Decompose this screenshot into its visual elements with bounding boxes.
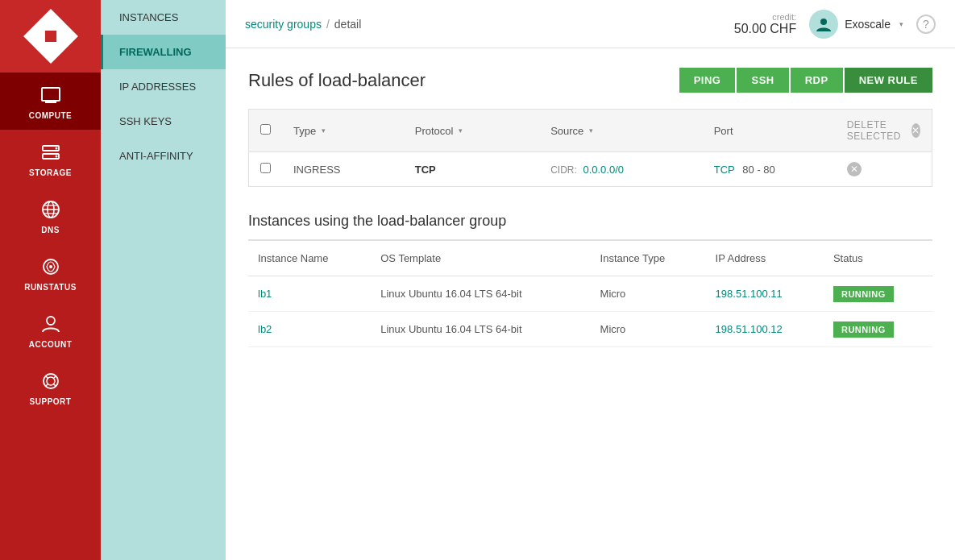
runstatus-icon	[38, 254, 64, 280]
row-type: INGRESS	[293, 164, 341, 176]
row-type-cell: INGRESS	[282, 152, 404, 187]
row-action-cell: ✕	[836, 152, 932, 187]
col-instance-type: Instance Type	[591, 241, 706, 276]
type-filter-label[interactable]: Type ▾	[293, 125, 392, 137]
dns-icon	[38, 197, 64, 222]
svg-rect-2	[42, 88, 60, 101]
delete-selected-button[interactable]: DELETE SELECTED ✕	[847, 119, 920, 142]
sidebar-item-runstatus[interactable]: RUNSTATUS	[0, 244, 101, 301]
sidebar-item-compute[interactable]: COMPUTE	[0, 73, 101, 130]
status-badge-lb2: RUNNING	[833, 321, 894, 338]
row-source-value: 0.0.0.0/0	[583, 164, 624, 176]
sidebar-item-support[interactable]: SUPPORT	[0, 359, 101, 416]
logo-area	[0, 0, 101, 73]
sidebar-item-storage-label: STORAGE	[29, 168, 72, 177]
instances-section: Instances using the load-balancer group …	[248, 213, 932, 347]
row-port-protocol: TCP	[714, 164, 735, 176]
col-status: Status	[824, 241, 932, 276]
sidebar-item-account[interactable]: ACCOUNT	[0, 301, 101, 359]
row-checkbox[interactable]	[260, 163, 271, 173]
user-name: Exoscale	[845, 18, 891, 31]
ip-link-lb1[interactable]: 198.51.100.11	[716, 288, 783, 300]
svg-point-15	[49, 265, 52, 268]
main-content: security groups / detail credit: 50.00 C…	[226, 0, 955, 560]
sidebar-item-dns-label: DNS	[41, 226, 60, 234]
breadcrumb-separator: /	[326, 18, 330, 31]
instances-table-body: lb1 Linux Ubuntu 16.04 LTS 64-bit Micro …	[248, 276, 932, 347]
col-header-source: Source ▾	[539, 110, 703, 152]
sidebar: COMPUTE STORAGE DNS	[0, 0, 101, 560]
logo-icon	[23, 9, 78, 64]
sub-sidebar-item-ssh-keys[interactable]: SSH KEYS	[101, 104, 226, 139]
delete-selected-icon[interactable]: ✕	[911, 123, 920, 138]
protocol-filter-arrow: ▾	[459, 127, 463, 135]
svg-point-16	[47, 317, 55, 325]
avatar-image	[810, 10, 837, 38]
topbar: security groups / detail credit: 50.00 C…	[226, 0, 955, 48]
col-header-type: Type ▾	[282, 110, 404, 152]
source-filter-arrow: ▾	[589, 127, 593, 135]
table-row: lb1 Linux Ubuntu 16.04 LTS 64-bit Micro …	[248, 276, 932, 312]
ip-link-lb2[interactable]: 198.51.100.12	[716, 323, 783, 335]
row-source-cell: CIDR: 0.0.0.0/0	[539, 152, 703, 187]
topbar-right: credit: 50.00 CHF Exoscale ▾ ?	[734, 10, 936, 39]
rules-section-header: Rules of load-balancer PING SSH RDP NEW …	[248, 68, 932, 93]
sidebar-item-runstatus-label: RUNSTATUS	[24, 283, 77, 292]
sub-sidebar-item-instances[interactable]: INSTANCES	[101, 0, 226, 35]
sub-sidebar-item-firewalling[interactable]: FIREWALLING	[101, 35, 226, 69]
support-icon	[38, 368, 64, 394]
svg-point-8	[55, 156, 57, 158]
row-protocol: TCP	[415, 164, 436, 176]
instance-status-cell: RUNNING	[824, 276, 932, 312]
instance-os-cell: Linux Ubuntu 16.04 LTS 64-bit	[371, 312, 590, 347]
table-row: lb2 Linux Ubuntu 16.04 LTS 64-bit Micro …	[248, 312, 932, 347]
sidebar-item-dns[interactable]: DNS	[0, 187, 101, 244]
col-header-protocol: Protocol ▾	[404, 110, 539, 152]
instances-table: Instance Name OS Template Instance Type …	[248, 241, 932, 347]
col-header-action: DELETE SELECTED ✕	[836, 110, 932, 152]
sidebar-item-storage[interactable]: STORAGE	[0, 130, 101, 187]
svg-point-7	[55, 147, 57, 150]
compute-icon	[38, 82, 64, 108]
rules-btn-group: PING SSH RDP NEW RULE	[679, 68, 932, 93]
avatar	[809, 10, 838, 39]
sub-sidebar: INSTANCES FIREWALLING IP ADDRESSES SSH K…	[101, 0, 226, 560]
instance-os-cell: Linux Ubuntu 16.04 LTS 64-bit	[371, 276, 590, 312]
sub-sidebar-item-anti-affinity[interactable]: ANTI-AFFINITY	[101, 139, 226, 173]
rules-table-body: INGRESS TCP CIDR: 0.0.0.0/0 TCP 80 - 80	[249, 152, 932, 187]
instances-table-header: Instance Name OS Template Instance Type …	[248, 241, 932, 276]
ping-button[interactable]: PING	[679, 68, 736, 93]
row-port-range: 80 - 80	[742, 164, 774, 176]
sub-sidebar-item-ip-addresses[interactable]: IP ADDRESSES	[101, 69, 226, 104]
instance-name-cell: lb1	[248, 276, 371, 312]
col-ip-address: IP Address	[706, 241, 824, 276]
ssh-button[interactable]: SSH	[737, 68, 788, 93]
instance-ip-cell: 198.51.100.12	[706, 312, 824, 347]
instances-title: Instances using the load-balancer group	[248, 213, 932, 241]
instance-status-cell: RUNNING	[824, 312, 932, 347]
rules-title: Rules of load-balancer	[248, 70, 426, 91]
svg-line-20	[53, 384, 56, 387]
source-filter-label[interactable]: Source ▾	[550, 125, 691, 137]
breadcrumb: security groups / detail	[245, 18, 361, 31]
help-button[interactable]: ?	[916, 15, 936, 34]
instance-link-lb2[interactable]: lb2	[258, 323, 272, 335]
row-delete-icon[interactable]: ✕	[847, 162, 862, 176]
instance-link-lb1[interactable]: lb1	[258, 288, 272, 300]
user-menu[interactable]: Exoscale ▾	[809, 10, 903, 39]
col-os-template: OS Template	[371, 241, 590, 276]
svg-line-19	[45, 376, 48, 379]
select-all-checkbox[interactable]	[260, 124, 271, 135]
protocol-filter-label[interactable]: Protocol ▾	[415, 125, 528, 137]
row-port-cell: TCP 80 - 80	[703, 152, 836, 187]
breadcrumb-link[interactable]: security groups	[245, 18, 322, 31]
rdp-button[interactable]: RDP	[791, 68, 843, 93]
col-header-port: Port	[703, 110, 836, 152]
breadcrumb-current: detail	[334, 18, 361, 31]
new-rule-button[interactable]: NEW RULE	[845, 68, 932, 93]
sidebar-item-account-label: ACCOUNT	[29, 340, 73, 349]
rules-table: Type ▾ Protocol ▾ Source ▾	[248, 109, 932, 187]
col-instance-name: Instance Name	[248, 241, 371, 276]
svg-line-22	[45, 384, 48, 387]
instance-type-cell: Micro	[591, 312, 706, 347]
